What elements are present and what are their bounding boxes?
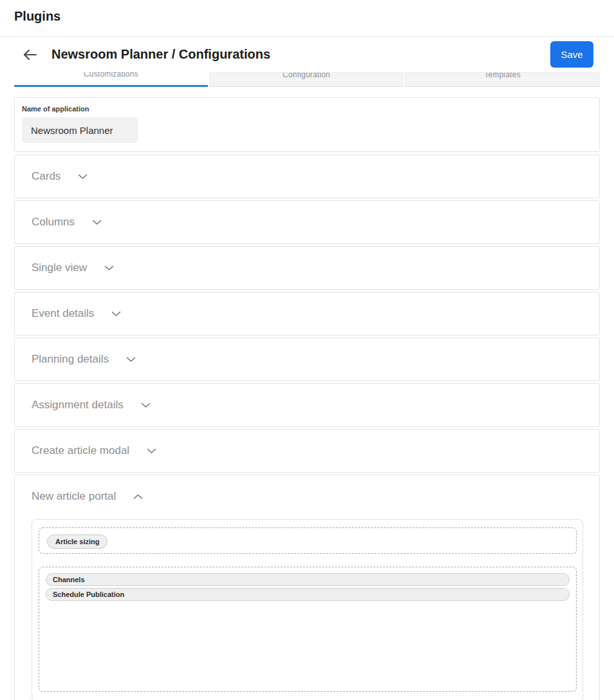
- section-title: Single view: [32, 261, 87, 274]
- section-title: Cards: [32, 170, 60, 183]
- section-single-view-toggle[interactable]: Single view: [15, 247, 599, 289]
- chevron-down-icon: [92, 220, 102, 225]
- arrow-left-icon: [22, 48, 38, 62]
- section-columns: Columns: [14, 200, 600, 244]
- chevron-up-icon: [133, 494, 143, 500]
- tab-label: Customizations: [84, 72, 138, 79]
- section-title: New article portal: [32, 490, 116, 503]
- field-item-channels[interactable]: Channels: [46, 573, 570, 586]
- chevron-down-icon: [78, 174, 88, 180]
- article-sizing-item[interactable]: Article sizing: [47, 534, 107, 549]
- section-assignment-details-toggle[interactable]: Assignment details: [15, 384, 599, 426]
- section-planning-details-toggle[interactable]: Planning details: [15, 338, 599, 381]
- content-area: Name of application Cards Columns Single…: [0, 87, 614, 700]
- tab-label: Templates: [484, 72, 521, 80]
- section-single-view: Single view: [14, 246, 600, 290]
- section-cards-toggle[interactable]: Cards: [15, 155, 599, 198]
- section-event-details-toggle[interactable]: Event details: [15, 292, 599, 335]
- application-name-input[interactable]: [22, 117, 138, 143]
- section-title: Create article modal: [32, 444, 129, 457]
- tab-configuration[interactable]: Configuration: [209, 72, 404, 87]
- back-button[interactable]: [21, 46, 38, 63]
- name-of-application-card: Name of application: [14, 97, 600, 152]
- section-create-article-modal-toggle[interactable]: Create article modal: [15, 430, 599, 472]
- section-event-details: Event details: [14, 292, 600, 336]
- breadcrumb-title: Newsroom Planner / Configurations: [51, 47, 550, 62]
- section-assignment-details: Assignment details: [14, 383, 600, 427]
- tab-label: Configuration: [283, 72, 330, 80]
- section-new-article-portal: New article portal Article sizing Channe…: [14, 475, 600, 700]
- field-item-schedule-publication[interactable]: Schedule Publication: [46, 588, 570, 601]
- chevron-down-icon: [147, 448, 156, 454]
- section-title: Assignment details: [32, 399, 124, 411]
- chevron-down-icon: [104, 265, 114, 271]
- section-cards: Cards: [14, 155, 600, 198]
- portal-config-panel: Article sizing Channels Schedule Publica…: [32, 519, 583, 700]
- name-of-application-label: Name of application: [22, 105, 592, 113]
- section-planning-details: Planning details: [14, 337, 600, 381]
- chevron-down-icon: [111, 311, 121, 317]
- section-title: Planning details: [32, 353, 109, 366]
- fields-dropzone[interactable]: Channels Schedule Publication: [39, 567, 577, 692]
- section-title: Event details: [32, 307, 94, 320]
- section-new-article-portal-toggle[interactable]: New article portal: [15, 475, 599, 518]
- tab-templates[interactable]: Templates: [405, 72, 600, 87]
- save-button[interactable]: Save: [550, 41, 593, 68]
- tab-bar: Customizations Configuration Templates: [14, 72, 600, 87]
- page-title: Plugins: [0, 0, 614, 24]
- article-sizing-dropzone[interactable]: Article sizing: [39, 527, 577, 554]
- chevron-down-icon: [141, 402, 151, 408]
- chevron-down-icon: [126, 357, 136, 363]
- section-title: Columns: [32, 216, 75, 229]
- section-columns-toggle[interactable]: Columns: [15, 201, 599, 243]
- subheader: Newsroom Planner / Configurations Save: [0, 37, 614, 72]
- section-create-article-modal: Create article modal: [14, 429, 600, 473]
- tab-customizations[interactable]: Customizations: [14, 72, 208, 87]
